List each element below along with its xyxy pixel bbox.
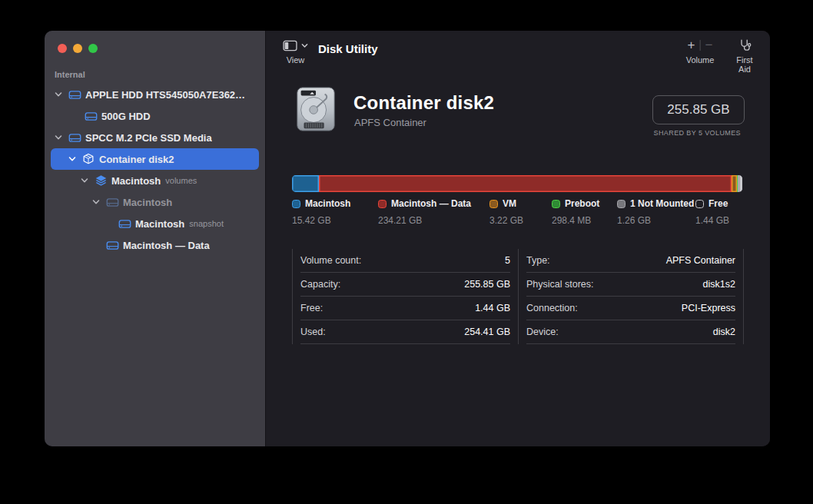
sidebar-item-suffix: volumes — [165, 176, 197, 185]
sidebar-item-label: Macintosh — [123, 197, 172, 208]
legend-label: Macintosh — Data — [391, 198, 471, 209]
sidebar-item-macintosh-unmounted[interactable]: Macintosh — [45, 191, 265, 213]
sidebar-item-500g-hdd[interactable]: 500G HDD — [45, 105, 265, 127]
usage-bar-segment — [732, 175, 737, 192]
sidebar-item-apple-hdd[interactable]: APPLE HDD HTS545050A7E362… — [45, 84, 265, 105]
legend-label: 1 Not Mounted — [630, 198, 694, 209]
legend-label: Free — [708, 198, 728, 209]
detail-label: Type: — [526, 255, 550, 266]
plus-icon[interactable]: + — [688, 38, 695, 53]
disk-icon — [82, 110, 99, 123]
disk-icon — [66, 131, 83, 144]
detail-value: disk2 — [713, 327, 735, 337]
legend-item: Macintosh — Data 234.21 GB — [378, 198, 471, 226]
traffic-lights — [58, 44, 98, 53]
main-pane: View Disk Utility +− Volume First Aid — [266, 31, 770, 446]
chevron-down-icon[interactable] — [51, 134, 66, 141]
chevron-down-icon[interactable] — [77, 177, 92, 184]
minimize-window-button[interactable] — [73, 44, 82, 53]
window-title: Disk Utility — [318, 42, 378, 55]
disk-icon — [116, 217, 133, 230]
zoom-window-button[interactable] — [88, 44, 98, 53]
page-subtitle: APFS Container — [354, 117, 426, 128]
stethoscope-icon — [732, 38, 758, 53]
detail-value: 255.85 GB — [464, 279, 510, 290]
sidebar: Internal APPLE HDD HTS545050A7E362… 500G… — [45, 31, 266, 446]
detail-value: disk1s2 — [703, 279, 735, 290]
usage-bar-segment — [740, 175, 742, 192]
shared-by-label: SHARED BY 5 VOLUMES — [654, 129, 741, 137]
disk-icon — [66, 88, 83, 101]
volume-button[interactable]: +− Volume — [686, 38, 715, 65]
table-row: Free:1.44 GB — [300, 297, 510, 320]
total-size-badge: 255.85 GB — [652, 95, 745, 124]
first-aid-button[interactable]: First Aid — [732, 38, 758, 74]
sidebar-item-container-disk2[interactable]: Container disk2 — [51, 148, 259, 170]
legend-swatch-free — [695, 200, 704, 208]
sidebar-item-label: SPCC M.2 PCIe SSD Media — [85, 132, 212, 144]
legend-swatch-macintosh-data — [378, 200, 387, 208]
detail-label: Physical stores: — [526, 279, 594, 290]
device-tree: APPLE HDD HTS545050A7E362… 500G HDD SPCC… — [45, 84, 265, 256]
disk-icon — [104, 239, 121, 252]
sidebar-item-spcc-ssd[interactable]: SPCC M.2 PCIe SSD Media — [45, 127, 265, 148]
view-button[interactable]: View — [283, 38, 308, 65]
container-cube-icon — [80, 153, 97, 165]
disk-utility-window: Internal APPLE HDD HTS545050A7E362… 500G… — [45, 31, 770, 446]
detail-label: Used: — [300, 327, 326, 337]
disk-icon — [104, 196, 121, 209]
detail-value: 254.41 GB — [464, 327, 510, 337]
details-column-right: Type:APFS Container Physical stores:disk… — [518, 249, 743, 344]
legend-value: 15.42 GB — [292, 215, 350, 226]
legend-label: VM — [503, 198, 516, 209]
detail-value: PCI-Express — [682, 303, 735, 313]
legend-item: 1 Not Mounted 1.26 GB — [617, 198, 694, 226]
table-row: Used:254.41 GB — [300, 320, 510, 344]
detail-label: Capacity: — [300, 279, 340, 290]
usage-bar-segment — [319, 175, 731, 192]
chevron-down-icon — [301, 42, 308, 49]
legend-value: 3.22 GB — [489, 215, 523, 226]
sidebar-toggle-icon — [283, 40, 297, 51]
legend-label: Macintosh — [305, 198, 350, 209]
detail-label: Connection: — [526, 303, 578, 313]
legend-item: Preboot 298.4 MB — [552, 198, 599, 226]
detail-label: Free: — [300, 303, 323, 313]
legend-value: 234.21 GB — [378, 215, 471, 226]
chevron-down-icon[interactable] — [51, 91, 66, 98]
legend-value: 298.4 MB — [552, 215, 599, 226]
table-row: Connection:PCI-Express — [526, 297, 735, 320]
sidebar-item-suffix: snapshot — [189, 219, 224, 228]
page-title: Container disk2 — [353, 92, 494, 114]
sidebar-item-macintosh-volumes[interactable]: Macintosh volumes — [45, 170, 265, 191]
usage-bar — [292, 175, 742, 192]
legend-value: 1.26 GB — [617, 215, 694, 226]
sidebar-item-macintosh-snapshot[interactable]: Macintosh snapshot — [45, 213, 265, 234]
legend-item: Macintosh 15.42 GB — [292, 198, 350, 226]
table-row: Device:disk2 — [526, 320, 735, 344]
close-window-button[interactable] — [58, 44, 67, 53]
details-column-left: Volume count:5 Capacity:255.85 GB Free:1… — [293, 249, 518, 344]
legend-label: Preboot — [565, 198, 599, 209]
sidebar-item-macintosh-data[interactable]: Macintosh — Data — [45, 234, 265, 256]
legend-value: 1.44 GB — [695, 215, 729, 226]
chevron-down-icon[interactable] — [88, 198, 104, 206]
sidebar-item-label: 500G HDD — [101, 111, 151, 122]
sidebar-item-label: Container disk2 — [99, 154, 174, 165]
detail-value: APFS Container — [666, 255, 735, 266]
sidebar-section-internal: Internal — [55, 70, 85, 79]
details-table: Volume count:5 Capacity:255.85 GB Free:1… — [292, 249, 744, 344]
sidebar-item-label: Macintosh — [111, 175, 161, 187]
detail-label: Volume count: — [300, 255, 361, 266]
chevron-down-icon[interactable] — [65, 155, 80, 163]
volume-layers-icon — [92, 174, 109, 187]
table-row: Physical stores:disk1s2 — [526, 273, 735, 297]
view-button-label: View — [283, 55, 308, 65]
sidebar-item-label: Macintosh — [135, 218, 184, 230]
usage-legend: Macintosh 15.42 GB Macintosh — Data 234.… — [292, 198, 742, 240]
minus-icon: − — [705, 38, 712, 53]
table-row: Volume count:5 — [300, 249, 510, 273]
table-row: Capacity:255.85 GB — [300, 273, 510, 297]
legend-item: Free 1.44 GB — [695, 198, 729, 226]
detail-value: 1.44 GB — [475, 303, 510, 313]
